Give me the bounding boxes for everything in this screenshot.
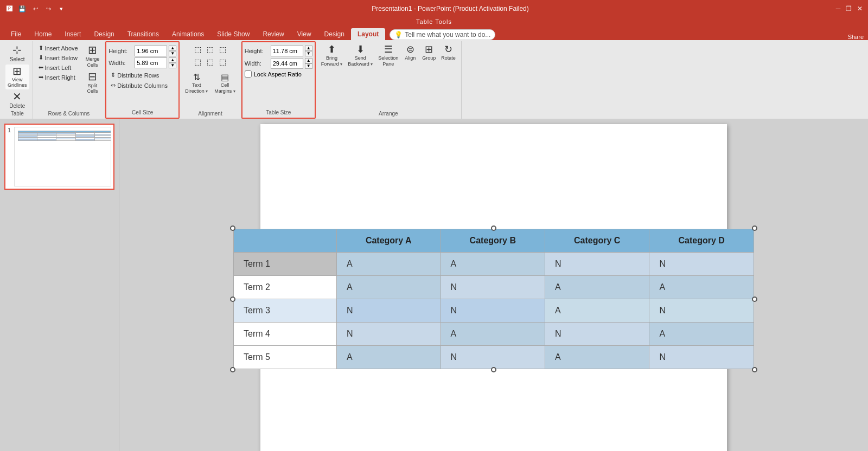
selection-pane-icon: ☰ xyxy=(384,44,393,54)
handle-mid-left[interactable] xyxy=(230,297,235,302)
align-top-right-btn[interactable]: ⬚ xyxy=(216,43,228,55)
text-direction-label: TextDirection ▾ xyxy=(185,82,208,94)
insert-right-icon: ➡ xyxy=(39,74,43,81)
table-width-up-btn[interactable]: ▲ xyxy=(305,58,312,63)
table-size-label: Table Size xyxy=(266,109,291,117)
split-cells-button[interactable]: ⊟ SplitCells xyxy=(84,70,102,96)
rotate-button[interactable]: ↻ Rotate xyxy=(439,43,458,62)
handle-bottom-left[interactable] xyxy=(230,367,235,372)
align-top-left-btn[interactable]: ⬚ xyxy=(192,43,203,55)
tab-animations[interactable]: Animations xyxy=(165,28,210,40)
customize-icon[interactable]: ▾ xyxy=(56,4,66,14)
minimize-button[interactable]: ─ xyxy=(834,5,842,12)
height-input[interactable] xyxy=(135,46,167,56)
lock-aspect-checkbox[interactable] xyxy=(245,70,252,78)
text-direction-button[interactable]: ⇅ TextDirection ▾ xyxy=(183,71,210,95)
group-button[interactable]: ⊞ Group xyxy=(420,43,438,62)
insert-above-button[interactable]: ⬆ Insert Above xyxy=(36,43,80,53)
ribbon-group-cell-size: Height: ▲ ▼ Width: ▲ ▼ xyxy=(105,41,180,119)
width-down-btn[interactable]: ▼ xyxy=(169,63,176,68)
restore-button[interactable]: ❒ xyxy=(845,5,853,12)
merge-cells-button[interactable]: ⊞ MergeCells xyxy=(84,43,102,69)
selection-pane-button[interactable]: ☰ SelectionPane xyxy=(376,43,400,68)
table-header-row: Category A Category B Category C Categor… xyxy=(234,229,754,253)
rotate-icon: ↻ xyxy=(444,44,452,54)
slide-thumbnail-1[interactable]: 1 xyxy=(4,124,114,190)
tab-design-table[interactable]: Design xyxy=(318,28,351,40)
align-mid-center-btn[interactable]: ⬚ xyxy=(204,56,216,68)
share-button[interactable]: Share xyxy=(848,34,864,40)
tab-review[interactable]: Review xyxy=(256,28,290,40)
table-height-input[interactable] xyxy=(271,46,303,56)
tab-file[interactable]: File xyxy=(4,28,28,40)
insert-below-button[interactable]: ⬇ Insert Below xyxy=(36,53,80,62)
align-mid-left-btn[interactable]: ⬚ xyxy=(192,56,203,68)
width-row: Width: ▲ ▼ xyxy=(108,57,176,68)
handle-mid-right[interactable] xyxy=(752,297,757,302)
width-spinner[interactable]: ▲ ▼ xyxy=(169,57,176,68)
app-icon: 🅿 xyxy=(4,4,14,14)
tab-transitions[interactable]: Transitions xyxy=(121,28,165,40)
cell-margins-label: CellMargins ▾ xyxy=(214,82,235,94)
cell-1-d: N xyxy=(649,253,754,276)
cell-margins-button[interactable]: ▤ CellMargins ▾ xyxy=(212,71,238,95)
ribbon-group-arrange: ⬆ BringForward ▾ ⬇ SendBackward ▾ ☰ Sele… xyxy=(316,41,462,119)
table-container[interactable]: Category A Category B Category C Categor… xyxy=(233,229,754,369)
table-width-down-btn[interactable]: ▼ xyxy=(305,63,312,69)
ribbon-group-table-size: Height: ▲ ▼ Width: ▲ ▼ xyxy=(241,41,316,119)
cell-size-content: Height: ▲ ▼ Width: ▲ ▼ xyxy=(108,43,176,109)
align-icon: ⊜ xyxy=(406,44,414,54)
distribute-rows-button[interactable]: ⇕ Distribute Rows xyxy=(108,70,176,80)
bring-forward-button[interactable]: ⬆ BringForward ▾ xyxy=(319,43,345,68)
table-width-input[interactable] xyxy=(271,58,303,69)
cell-5-a: A xyxy=(337,346,441,369)
insert-left-button[interactable]: ⬅ Insert Left xyxy=(36,63,80,72)
tab-layout[interactable]: Layout xyxy=(351,28,385,40)
handle-bottom-center[interactable] xyxy=(491,367,496,372)
tab-insert[interactable]: Insert xyxy=(58,28,87,40)
table-tools-label-bar: Table Tools xyxy=(0,17,868,26)
table-row: Term 2 A N A A xyxy=(234,276,754,299)
tell-me-bar[interactable]: 💡 Tell me what you want to do... xyxy=(390,29,495,40)
handle-top-right[interactable] xyxy=(752,226,757,231)
handle-top-center[interactable] xyxy=(491,226,496,231)
distribute-columns-button[interactable]: ⇔ Distribute Columns xyxy=(108,81,176,90)
table-group-label: Table xyxy=(11,111,24,118)
redo-icon[interactable]: ↪ xyxy=(43,4,53,14)
table-height-down-btn[interactable]: ▼ xyxy=(305,51,312,56)
align-label: Align xyxy=(405,55,416,61)
undo-icon[interactable]: ↩ xyxy=(30,4,40,14)
cell-2-b: N xyxy=(441,276,545,299)
height-up-btn[interactable]: ▲ xyxy=(169,46,176,51)
width-input[interactable] xyxy=(135,57,167,68)
select-button[interactable]: ⊹ Select xyxy=(5,43,29,64)
align-button[interactable]: ⊜ Align xyxy=(401,43,419,62)
table-width-spinner[interactable]: ▲ ▼ xyxy=(305,58,312,69)
width-up-btn[interactable]: ▲ xyxy=(169,57,176,63)
rows-columns-label: Rows & Columns xyxy=(48,111,90,118)
tab-home[interactable]: Home xyxy=(28,28,58,40)
handle-bottom-right[interactable] xyxy=(752,367,757,372)
gridlines-icon: ⊞ xyxy=(12,66,22,76)
view-gridlines-label: ViewGridlines xyxy=(8,78,27,88)
table-row: Term 1 A A N N xyxy=(234,253,754,276)
height-down-btn[interactable]: ▼ xyxy=(169,51,176,56)
table-height-up-btn[interactable]: ▲ xyxy=(305,46,312,51)
save-icon[interactable]: 💾 xyxy=(17,4,27,14)
close-button[interactable]: ✕ xyxy=(856,5,864,12)
alignment-content: ⬚ ⬚ ⬚ ⬚ ⬚ ⬚ ⇅ TextDirection ▾ ▤ CellMarg… xyxy=(183,42,238,111)
align-top-center-btn[interactable]: ⬚ xyxy=(204,43,216,55)
align-mid-right-btn[interactable]: ⬚ xyxy=(216,56,228,68)
send-backward-button[interactable]: ⬇ SendBackward ▾ xyxy=(346,43,375,68)
cell-5-d: N xyxy=(649,346,754,369)
view-gridlines-button[interactable]: ⊞ ViewGridlines xyxy=(5,65,29,89)
tab-view[interactable]: View xyxy=(291,28,318,40)
insert-right-button[interactable]: ➡ Insert Right xyxy=(36,73,80,82)
table-height-spinner[interactable]: ▲ ▼ xyxy=(305,46,312,56)
delete-button[interactable]: ✕ Delete xyxy=(5,90,29,111)
tab-slideshow[interactable]: Slide Show xyxy=(210,28,256,40)
insert-right-label: Insert Right xyxy=(45,74,75,81)
tab-design-main[interactable]: Design xyxy=(87,28,120,40)
title-bar-right: ─ ❒ ✕ xyxy=(834,5,864,12)
height-spinner[interactable]: ▲ ▼ xyxy=(169,46,176,56)
